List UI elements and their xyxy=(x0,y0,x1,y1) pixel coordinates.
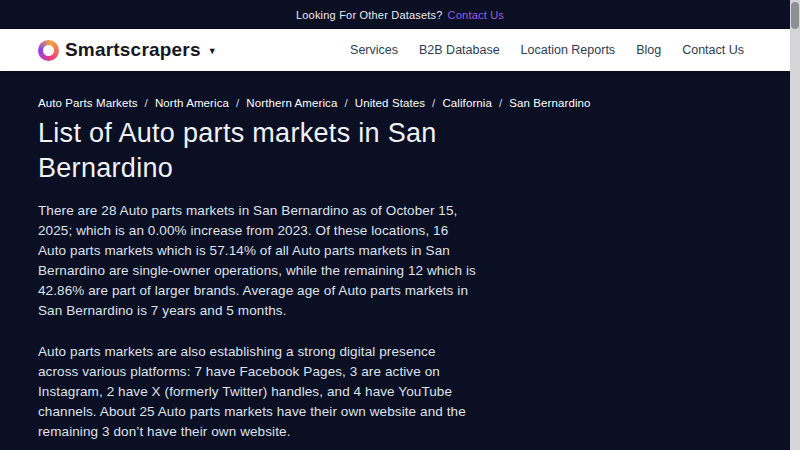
breadcrumb-separator: / xyxy=(499,97,502,109)
intro-paragraph-2: Auto parts markets are also establishing… xyxy=(38,342,479,442)
page: Looking For Other Datasets? Contact Us S… xyxy=(0,0,800,450)
scrollbar[interactable] xyxy=(790,0,800,450)
breadcrumb-separator: / xyxy=(432,97,435,109)
nav-menu: Services B2B Database Location Reports B… xyxy=(350,43,744,57)
banner-text: Looking For Other Datasets? xyxy=(296,9,443,21)
breadcrumb-item-united-states[interactable]: United States xyxy=(355,97,425,109)
navbar: Smartscrapers ▼ Services B2B Database Lo… xyxy=(0,29,800,71)
chevron-down-icon: ▼ xyxy=(208,46,217,56)
banner-contact-link[interactable]: Contact Us xyxy=(448,9,504,21)
breadcrumb-item-san-bernardino[interactable]: San Bernardino xyxy=(509,97,590,109)
nav-item-services[interactable]: Services xyxy=(350,43,398,57)
page-title: List of Auto parts markets in San Bernar… xyxy=(38,116,458,186)
breadcrumb-item-california[interactable]: California xyxy=(442,97,492,109)
brand-logo-icon xyxy=(38,40,59,61)
brand[interactable]: Smartscrapers ▼ xyxy=(38,39,217,61)
breadcrumb-item-auto-parts-markets[interactable]: Auto Parts Markets xyxy=(38,97,138,109)
breadcrumb: Auto Parts Markets / North America / Nor… xyxy=(38,97,800,109)
breadcrumb-item-northern-america[interactable]: Northern America xyxy=(246,97,337,109)
brand-name: Smartscrapers xyxy=(65,39,201,61)
nav-item-contact-us[interactable]: Contact Us xyxy=(682,43,744,57)
top-banner: Looking For Other Datasets? Contact Us xyxy=(0,0,800,29)
nav-item-location-reports[interactable]: Location Reports xyxy=(521,43,616,57)
breadcrumb-separator: / xyxy=(145,97,148,109)
intro-paragraph-1: There are 28 Auto parts markets in San B… xyxy=(38,201,479,321)
breadcrumb-separator: / xyxy=(344,97,347,109)
breadcrumb-item-north-america[interactable]: North America xyxy=(155,97,229,109)
scrollbar-thumb[interactable] xyxy=(791,2,799,29)
main-content: Auto Parts Markets / North America / Nor… xyxy=(0,71,800,450)
nav-item-blog[interactable]: Blog xyxy=(636,43,661,57)
nav-item-b2b-database[interactable]: B2B Database xyxy=(419,43,500,57)
breadcrumb-separator: / xyxy=(236,97,239,109)
